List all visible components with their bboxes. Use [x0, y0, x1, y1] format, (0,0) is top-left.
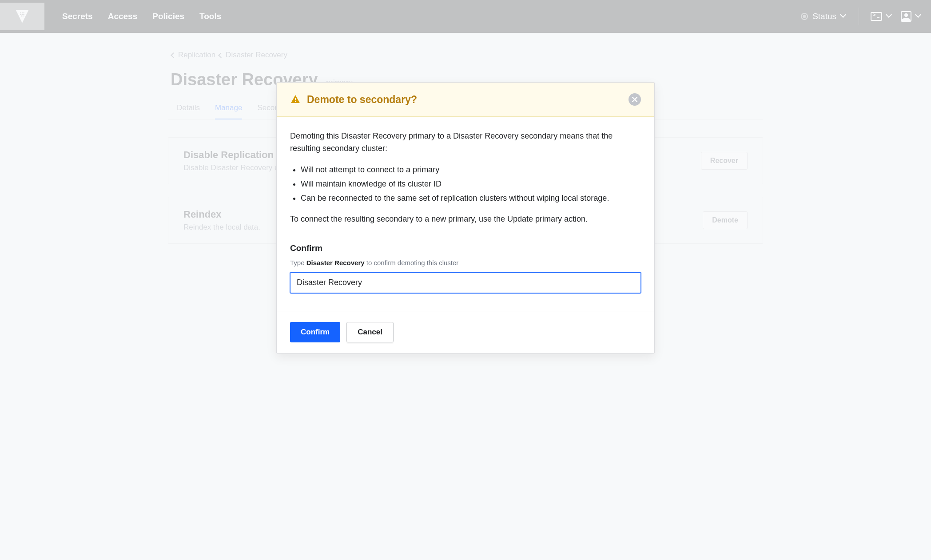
close-button[interactable] — [629, 93, 641, 106]
modal-header: Demote to secondary? — [277, 83, 654, 117]
confirm-input[interactable] — [290, 272, 641, 293]
modal-bullet: Will not attempt to connect to a primary — [301, 164, 641, 176]
modal-bullet: Can be reconnected to the same set of re… — [301, 192, 641, 205]
confirm-hint-keyword: Disaster Recovery — [306, 259, 365, 266]
modal-footer: Confirm Cancel — [277, 311, 654, 353]
confirm-hint: Type Disaster Recovery to confirm demoti… — [290, 258, 641, 268]
svg-rect-10 — [295, 101, 296, 102]
modal-bullet: Will maintain knowledge of its cluster I… — [301, 178, 641, 191]
svg-rect-9 — [295, 98, 296, 100]
confirm-hint-suffix: to confirm demoting this cluster — [365, 259, 459, 266]
demote-confirm-modal: Demote to secondary? Demoting this Disas… — [276, 82, 655, 353]
confirm-heading: Confirm — [290, 242, 641, 254]
modal-overlay: Demote to secondary? Demoting this Disas… — [0, 0, 931, 560]
warning-icon — [290, 94, 301, 105]
modal-intro-text: Demoting this Disaster Recovery primary … — [290, 130, 641, 155]
modal-outro-text: To connect the resulting secondary to a … — [290, 213, 641, 226]
confirm-hint-prefix: Type — [290, 259, 306, 266]
modal-body: Demoting this Disaster Recovery primary … — [277, 117, 654, 311]
cancel-button[interactable]: Cancel — [346, 322, 394, 342]
close-icon — [632, 97, 637, 102]
modal-bullet-list: Will not attempt to connect to a primary… — [290, 164, 641, 205]
modal-title: Demote to secondary? — [307, 94, 417, 106]
confirm-button[interactable]: Confirm — [290, 322, 340, 342]
